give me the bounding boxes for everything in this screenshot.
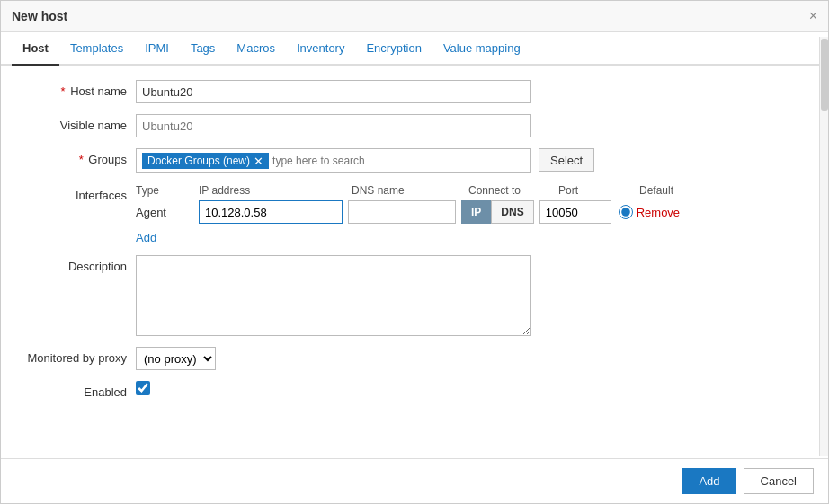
enabled-row: Enabled bbox=[19, 381, 810, 399]
connect-ip-button[interactable]: IP bbox=[461, 200, 491, 224]
tab-macros[interactable]: Macros bbox=[226, 32, 286, 66]
host-name-row: * Host name bbox=[19, 80, 810, 103]
group-tag-label: Docker Groups (new) bbox=[147, 155, 250, 167]
dialog-title: New host bbox=[12, 9, 67, 23]
visible-name-label: Visible name bbox=[19, 114, 136, 132]
tab-tags[interactable]: Tags bbox=[180, 32, 226, 66]
host-name-input[interactable] bbox=[136, 80, 531, 103]
col-header-connect: Connect to bbox=[468, 184, 558, 197]
new-host-dialog: New host × Host Templates IPMI Tags Macr… bbox=[0, 0, 829, 504]
select-button[interactable]: Select bbox=[539, 148, 594, 172]
proxy-label: Monitored by proxy bbox=[19, 347, 136, 365]
tab-encryption[interactable]: Encryption bbox=[355, 32, 432, 66]
required-star: * bbox=[60, 84, 65, 98]
col-header-ip: IP address bbox=[199, 184, 352, 197]
enabled-label: Enabled bbox=[19, 381, 136, 399]
groups-label: * Groups bbox=[19, 148, 136, 166]
scrollbar-thumb bbox=[821, 39, 828, 111]
tabs-bar: Host Templates IPMI Tags Macros Inventor… bbox=[1, 32, 828, 66]
remove-interface-link[interactable]: Remove bbox=[637, 206, 680, 219]
groups-search-input[interactable] bbox=[272, 155, 380, 167]
tab-host[interactable]: Host bbox=[12, 32, 59, 66]
groups-row: * Groups Docker Groups (new) ✕ Select bbox=[19, 148, 810, 173]
host-name-label: * Host name bbox=[19, 80, 136, 98]
connect-dns-button[interactable]: DNS bbox=[491, 200, 533, 224]
tab-value-mapping[interactable]: Value mapping bbox=[432, 32, 531, 66]
col-header-port: Port bbox=[558, 184, 639, 197]
description-label: Description bbox=[19, 255, 136, 273]
tab-templates[interactable]: Templates bbox=[59, 32, 134, 66]
groups-container: Docker Groups (new) ✕ bbox=[136, 148, 531, 173]
interface-type: Agent bbox=[136, 206, 199, 219]
dialog-footer: Add Cancel bbox=[1, 458, 828, 503]
close-button[interactable]: × bbox=[809, 8, 817, 24]
tab-inventory[interactable]: Inventory bbox=[286, 32, 355, 66]
interfaces-label: Interfaces bbox=[19, 184, 136, 202]
form-body: * Host name Visible name * Groups Docker… bbox=[1, 66, 828, 424]
interface-port-input[interactable] bbox=[539, 200, 611, 224]
interfaces-header: Type IP address DNS name Connect to Port… bbox=[136, 184, 810, 197]
interfaces-row: Interfaces Type IP address DNS name Conn… bbox=[19, 184, 810, 244]
proxy-select[interactable]: (no proxy) bbox=[136, 347, 216, 370]
scrollbar[interactable] bbox=[819, 37, 828, 456]
cancel-button[interactable]: Cancel bbox=[744, 468, 814, 494]
required-star-groups: * bbox=[79, 153, 84, 166]
interfaces-table: Type IP address DNS name Connect to Port… bbox=[136, 184, 810, 244]
col-header-dns: DNS name bbox=[352, 184, 468, 197]
group-tag-remove-icon[interactable]: ✕ bbox=[254, 155, 263, 167]
proxy-row: Monitored by proxy (no proxy) bbox=[19, 347, 810, 370]
description-row: Description bbox=[19, 255, 810, 336]
tab-ipmi[interactable]: IPMI bbox=[134, 32, 180, 66]
interface-row: Agent IP DNS Remove bbox=[136, 200, 810, 224]
groups-tags-box[interactable]: Docker Groups (new) ✕ bbox=[136, 148, 531, 173]
col-header-default: Default bbox=[639, 184, 702, 197]
description-textarea[interactable] bbox=[136, 255, 531, 336]
visible-name-row: Visible name bbox=[19, 114, 810, 137]
add-interface-link[interactable]: Add bbox=[136, 231, 156, 244]
connect-buttons: IP DNS bbox=[461, 200, 534, 224]
visible-name-input[interactable] bbox=[136, 114, 531, 137]
interface-default-radio[interactable] bbox=[619, 205, 633, 219]
interface-dns-input[interactable] bbox=[348, 200, 456, 224]
enabled-checkbox[interactable] bbox=[136, 381, 150, 395]
dialog-title-bar: New host × bbox=[1, 1, 828, 32]
interface-ip-input[interactable] bbox=[199, 200, 343, 224]
col-header-type: Type bbox=[136, 184, 199, 197]
group-tag-docker: Docker Groups (new) ✕ bbox=[142, 153, 269, 169]
add-button[interactable]: Add bbox=[682, 468, 735, 494]
